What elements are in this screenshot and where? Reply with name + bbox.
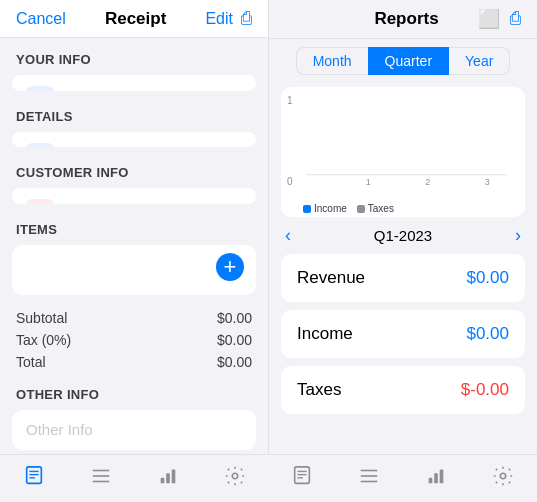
income-legend-label: Income — [314, 203, 347, 214]
reports-title: Reports — [374, 9, 438, 29]
svg-rect-32 — [440, 469, 444, 483]
cancel-button[interactable]: Cancel — [16, 10, 66, 28]
right-header: Reports ⬜ ⎙ — [269, 0, 537, 39]
total-row: Total $0.00 — [16, 351, 252, 373]
header-icons: ⬜ ⎙ — [478, 8, 521, 30]
taxes-card[interactable]: Taxes $-0.00 — [281, 366, 525, 414]
right-actions: Edit ⎙ — [205, 8, 252, 29]
income-value: $0.00 — [466, 324, 509, 344]
revenue-label: Revenue — [297, 268, 365, 288]
right-tab-receipt[interactable] — [291, 465, 313, 493]
subtotal-row: Subtotal $0.00 — [16, 307, 252, 329]
income-legend-dot — [303, 205, 311, 213]
total-label: Total — [16, 354, 46, 370]
svg-rect-19 — [160, 477, 164, 483]
svg-text:3: 3 — [485, 177, 490, 187]
share-icon[interactable]: ⎙ — [241, 8, 252, 29]
income-card[interactable]: Income $0.00 — [281, 310, 525, 358]
subtotal-label: Subtotal — [16, 310, 67, 326]
receipt-number-item[interactable]: Receipt # RT00001 › — [12, 132, 256, 148]
right-tab-chart[interactable] — [425, 465, 447, 493]
totals-area: Subtotal $0.00 Tax (0%) $0.00 Total $0.0… — [0, 299, 268, 373]
svg-rect-31 — [434, 473, 438, 483]
right-tab-settings[interactable] — [492, 465, 514, 493]
customer-item[interactable]: Customer › — [12, 188, 256, 204]
chart-svg: 1 2 3 — [289, 105, 517, 195]
items-section: + — [12, 245, 256, 295]
svg-text:1: 1 — [366, 177, 371, 187]
left-tab-settings[interactable] — [224, 465, 246, 493]
right-tabbar — [268, 454, 537, 502]
income-label: Income — [297, 324, 353, 344]
svg-rect-20 — [166, 473, 170, 483]
month-segment-button[interactable]: Month — [296, 47, 368, 75]
left-tab-chart[interactable] — [157, 465, 179, 493]
left-panel: Cancel Receipt Edit ⎙ Your Info Company … — [0, 0, 268, 502]
left-tabbar — [0, 454, 268, 502]
svg-rect-30 — [429, 477, 433, 483]
svg-text:2: 2 — [425, 177, 430, 187]
export-icon[interactable]: ⎙ — [510, 8, 521, 30]
taxes-label: Taxes — [297, 380, 341, 400]
total-value: $0.00 — [217, 354, 252, 370]
period-label: Q1-2023 — [374, 227, 432, 244]
taxes-legend-label: Taxes — [368, 203, 394, 214]
taxes-legend-item: Taxes — [357, 203, 394, 214]
details-header: Details — [0, 95, 268, 128]
tax-value: $0.00 — [217, 332, 252, 348]
tax-row: Tax (0%) $0.00 — [16, 329, 252, 351]
items-card: + — [12, 245, 256, 295]
other-info-placeholder: Other Info — [26, 421, 93, 438]
customer-icon — [26, 199, 54, 204]
chart-y-bottom: 0 — [287, 176, 293, 187]
tax-label: Tax (0%) — [16, 332, 71, 348]
items-header: Items — [0, 208, 268, 241]
receipt-icon — [26, 143, 54, 148]
chart-y-top: 1 — [287, 95, 293, 106]
prev-period-button[interactable]: ‹ — [285, 225, 291, 246]
quarter-segment-button[interactable]: Quarter — [368, 47, 449, 75]
left-tab-receipt[interactable] — [23, 465, 45, 493]
other-info-header: Other Info — [0, 373, 268, 406]
segment-control: Month Quarter Year — [269, 39, 537, 83]
svg-point-33 — [501, 473, 507, 479]
left-tab-list[interactable] — [90, 465, 112, 493]
left-header: Cancel Receipt Edit ⎙ — [0, 0, 268, 38]
your-info-card: Company Name › — [12, 75, 256, 91]
year-segment-button[interactable]: Year — [449, 47, 510, 75]
svg-point-22 — [232, 473, 238, 479]
other-info-card[interactable]: Other Info — [12, 410, 256, 450]
svg-rect-21 — [171, 469, 175, 483]
company-icon — [26, 86, 54, 91]
revenue-value: $0.00 — [466, 268, 509, 288]
chart-legend: Income Taxes — [303, 203, 517, 214]
receipt-title: Receipt — [105, 9, 166, 29]
edit-button[interactable]: Edit — [205, 10, 233, 28]
right-tab-list[interactable] — [358, 465, 380, 493]
taxes-value: $-0.00 — [461, 380, 509, 400]
add-item-button[interactable]: + — [216, 253, 244, 281]
company-name-item[interactable]: Company Name › — [12, 75, 256, 91]
your-info-header: Your Info — [0, 38, 268, 71]
taxes-legend-dot — [357, 205, 365, 213]
nav-row: ‹ Q1-2023 › — [269, 221, 537, 250]
right-panel: Reports ⬜ ⎙ Month Quarter Year 1 1 2 3 0… — [268, 0, 537, 502]
calendar-icon[interactable]: ⬜ — [478, 8, 500, 30]
income-legend-item: Income — [303, 203, 347, 214]
customer-info-header: Customer Info — [0, 151, 268, 184]
chart-area: 1 1 2 3 0 Income Taxes — [281, 87, 525, 217]
details-card: Receipt # RT00001 › — [12, 132, 256, 148]
subtotal-value: $0.00 — [217, 310, 252, 326]
next-period-button[interactable]: › — [515, 225, 521, 246]
revenue-card[interactable]: Revenue $0.00 — [281, 254, 525, 302]
customer-info-card: Customer › — [12, 188, 256, 204]
